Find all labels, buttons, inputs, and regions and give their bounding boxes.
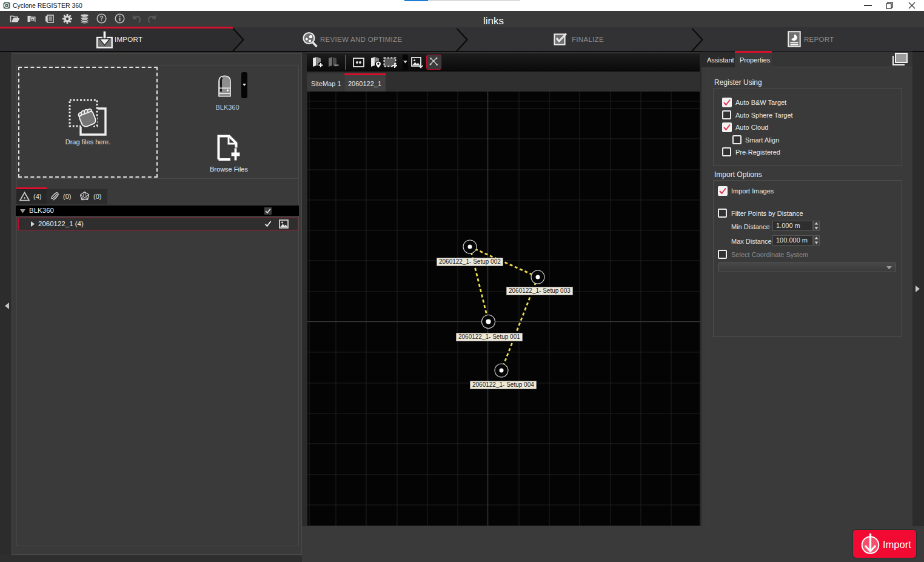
svg-text:?: ? xyxy=(99,15,103,22)
